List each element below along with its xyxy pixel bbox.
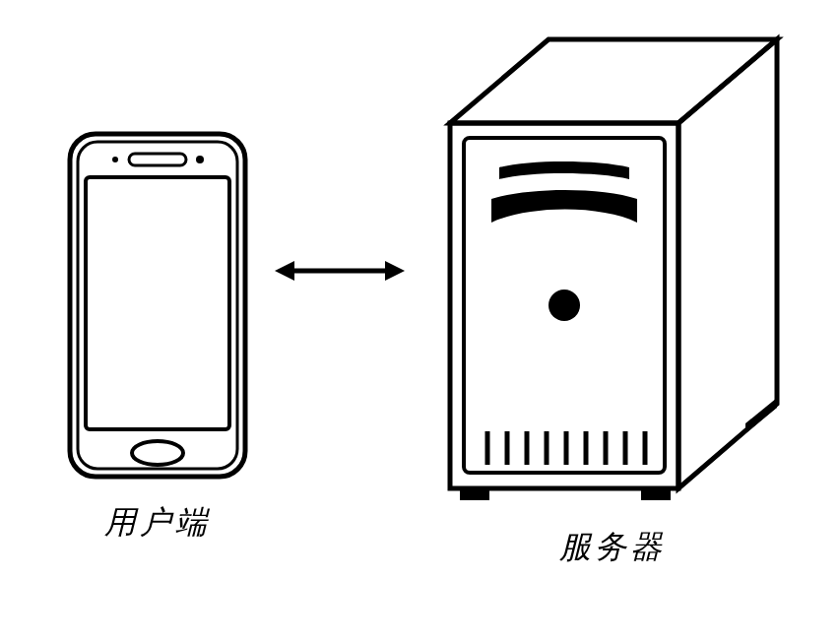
svg-rect-0 xyxy=(70,134,245,477)
svg-point-6 xyxy=(132,441,183,465)
client-device: 用户端 xyxy=(59,128,256,545)
svg-point-5 xyxy=(112,157,118,162)
svg-rect-21 xyxy=(460,488,489,500)
connection-arrow xyxy=(271,251,409,290)
svg-rect-22 xyxy=(641,488,671,500)
svg-rect-3 xyxy=(129,154,186,165)
svg-point-4 xyxy=(196,156,204,163)
svg-marker-9 xyxy=(385,261,405,281)
server-tower-icon xyxy=(430,30,795,512)
client-label: 用户端 xyxy=(59,501,256,545)
server-device: 服务器 xyxy=(425,30,800,569)
client-server-diagram: 用户端 xyxy=(0,0,839,644)
smartphone-icon xyxy=(64,128,251,483)
svg-rect-1 xyxy=(78,142,237,469)
svg-rect-2 xyxy=(86,177,229,429)
svg-point-11 xyxy=(549,290,580,321)
svg-marker-8 xyxy=(275,261,294,281)
server-label: 服务器 xyxy=(425,526,800,569)
bidirectional-arrow-icon xyxy=(271,251,409,290)
